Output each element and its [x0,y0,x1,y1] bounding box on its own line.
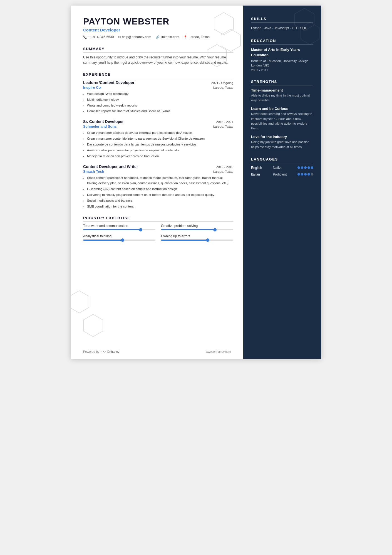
exp-bullets-3: Static content (participant handbook, te… [83,175,233,209]
lang-item-2: Italian Proficient [251,172,313,176]
edu-years: 2007 - 2011 [251,68,313,72]
strength-item-3: Love for the Industry Doing my job with … [251,135,313,149]
lang-dot [304,166,307,169]
expertise-bar-fill-1 [83,229,141,230]
exp-company-row-2: Schmeler and Sons Laredo, Texas [83,124,233,129]
exp-company-row-3: Smash Tech Laredo, Texas [83,169,233,174]
lang-name-1: English [251,166,268,170]
exp-role-1: Lecturer/Content Developer [83,80,134,85]
phone-contact: 📞 +1-914-345-5530 [83,35,114,39]
contact-row: 📞 +1-914-345-5530 ✉ help@enhancv.com 🔗 l… [83,35,233,39]
expertise-title: INDUSTRY EXPERTISE [83,216,233,222]
summary-title: SUMMARY [83,47,233,53]
svg-marker-3 [71,291,89,313]
skills-section: SKILLS Python · Java · Javascript · GIT … [251,17,313,31]
strength-item-1: Time-management Able to divide my time i… [251,88,313,103]
exp-item-2: Sr. Content Developer 2015 - 2021 Schmel… [83,119,233,159]
link-icon: 🔗 [156,35,160,39]
edu-institution: Institute of Education, University Colle… [251,59,313,68]
languages-title: LANGUAGES [251,157,313,163]
strengths-section: STRENGTHS Time-management Able to divide… [251,80,313,149]
exp-location-3: Laredo, Texas [213,170,233,173]
skills-text: Python · Java · Javascript · GIT · SQL [251,25,313,31]
lang-level-1: Native [273,166,292,170]
expertise-bar-fill-3 [83,240,123,241]
skills-title: SKILLS [251,17,313,23]
bullet: Crear y mantener páginas de ayuda extern… [87,130,233,135]
bullet: Dar soporte de contenido para lanzamient… [87,142,233,147]
bullet: Analizar datos para presentar proyectos … [87,148,233,153]
powered-by-text: Powered by [83,350,99,353]
exp-bullets-2: Crear y mantener páginas de ayuda extern… [83,130,233,159]
expertise-section: INDUSTRY EXPERTISE Teamwork and communic… [83,216,233,241]
strengths-title: STRENGTHS [251,80,313,85]
footer-website: www.enhancv.com [206,350,231,353]
linkedin-contact: 🔗 linkedin.com [156,35,179,39]
lang-dot [307,173,310,176]
exp-location-2: Laredo, Texas [213,125,233,128]
exp-dates-1: 2021 - Ongoing [211,81,233,85]
bullet: Delivering minimally plagiarised content… [87,192,233,198]
expertise-bar-fill-4 [161,240,208,241]
expertise-bar-bg-2 [161,229,233,230]
lang-dot-empty [311,173,313,176]
left-column: PAYTON WEBSTER Content Developer 📞 +1-91… [71,6,243,359]
strength-name-3: Love for the Industry [251,135,313,139]
strength-name-2: Learn and be Curious [251,107,313,111]
right-column: SKILLS Python · Java · Javascript · GIT … [243,6,321,359]
lang-dot [297,173,300,176]
svg-marker-4 [83,314,103,337]
lang-dot [297,166,300,169]
linkedin-url: linkedin.com [161,35,179,39]
exp-dates-2: 2015 - 2021 [216,120,233,124]
email-icon: ✉ [118,35,121,39]
edu-degree: Master of Arts in Early Years Education [251,47,313,57]
location-icon: 📍 [183,35,187,39]
bullet: Web design /Web technology [87,91,233,97]
exp-dates-3: 2012 - 2016 [216,165,233,169]
strength-desc-2: Never done learning and always seeking t… [251,112,313,131]
location-contact: 📍 Laredo, Texas [183,35,209,39]
location-text: Laredo, Texas [188,35,209,39]
lang-dots-2 [297,173,313,176]
resume-container: PAYTON WEBSTER Content Developer 📞 +1-91… [71,6,321,359]
email-contact: ✉ help@enhancv.com [118,35,151,39]
exp-role-2: Sr. Content Developer [83,119,124,124]
expertise-bar-bg-3 [83,240,155,241]
expertise-label-4: Owning up to errors [161,234,233,238]
resume-header: PAYTON WEBSTER Content Developer 📞 +1-91… [83,17,233,39]
expertise-label-2: Creative problem solving [161,224,233,228]
enhancv-brand: Enhancv [107,350,119,353]
expertise-label-3: Analystical thinking [83,234,155,238]
expertise-label-1: Teamwork and communication [83,224,155,228]
education-title: EDUCATION [251,39,313,45]
bullet: Compiled reports for Board of Studies an… [87,108,233,114]
exp-company-row-1: Inspire Co Laredo, Texas [83,85,233,90]
bullet: Manejar la relación con proveedores de t… [87,154,233,159]
brand-logo: Enhancv [101,350,119,353]
footer-left: Powered by Enhancv [83,350,119,353]
strength-desc-3: Doing my job with great love and passion… [251,140,313,149]
exp-role-3: Content Developer and Writer [83,164,138,169]
expertise-bar-bg-4 [161,240,233,241]
exp-bullets-1: Web design /Web technology Multimedia te… [83,91,233,114]
lang-dot [301,166,303,169]
expertise-item-1: Teamwork and communication [83,224,155,230]
expertise-bar-fill-2 [161,229,215,230]
expertise-item-3: Analystical thinking [83,234,155,241]
exp-location-1: Laredo, Texas [213,86,233,89]
education-section: EDUCATION Master of Arts in Early Years … [251,39,313,72]
lang-item-1: English Native [251,166,313,170]
experience-section: EXPERIENCE Lecturer/Content Developer 20… [83,72,233,209]
exp-item-1: Lecturer/Content Developer 2021 - Ongoin… [83,80,233,114]
bullet: SME coordination for the content [87,204,233,209]
job-title: Content Developer [83,28,233,32]
candidate-name: PAYTON WEBSTER [83,17,233,26]
lang-dot [304,173,307,176]
exp-company-2: Schmeler and Sons [83,124,117,129]
experience-title: EXPERIENCE [83,72,233,78]
exp-header-3: Content Developer and Writer 2012 - 2016 [83,164,233,169]
phone-icon: 📞 [83,35,87,39]
expertise-item-2: Creative problem solving [161,224,233,230]
strength-desc-1: Able to divide my time in the most optim… [251,93,313,103]
